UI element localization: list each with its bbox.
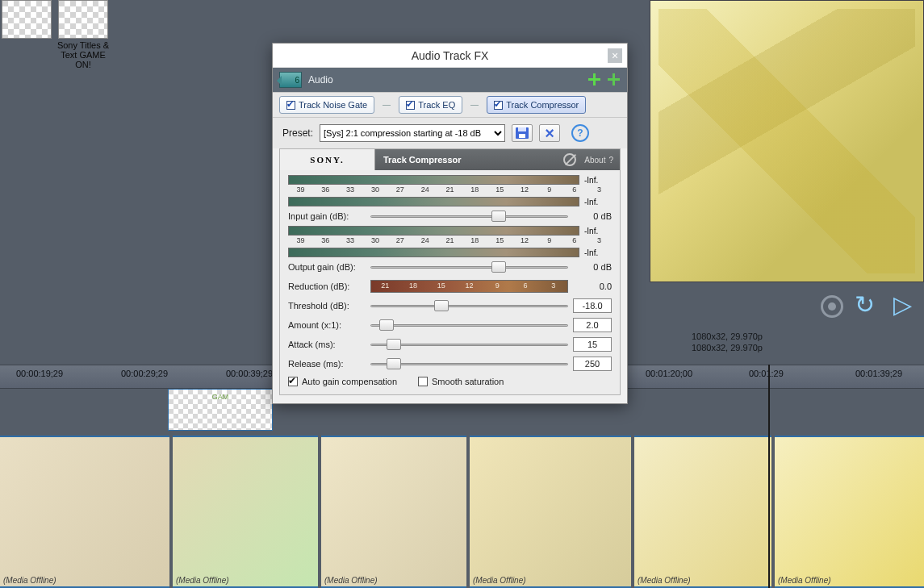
- video-clip[interactable]: (Media Offline): [0, 436, 169, 588]
- preset-label: Preset:: [282, 127, 313, 139]
- plugin-name: Track Compressor: [375, 155, 563, 165]
- loop-button[interactable]: ↻: [855, 293, 882, 320]
- bypass-icon[interactable]: [563, 153, 576, 166]
- amount-slider[interactable]: [370, 319, 568, 332]
- save-preset-button[interactable]: [512, 124, 533, 142]
- fx-chain-tabs: Track Noise GateTrack EQTrack Compressor: [273, 92, 627, 118]
- input-gain-value: 0 dB: [573, 211, 612, 221]
- output-gain-row: Output gain (dB): 0 dB: [288, 257, 612, 277]
- playhead[interactable]: [768, 365, 770, 588]
- reduction-row: Reduction (dB): 21181512963 0.0: [288, 277, 612, 296]
- output-gain-value: 0 dB: [573, 262, 612, 272]
- video-preview: [650, 0, 924, 282]
- bin-thumb-label: Sony Titles & Text GAME ON!: [56, 40, 110, 69]
- video-clip[interactable]: (Media Offline): [173, 436, 318, 588]
- db-scale: 39363330272421181512963: [288, 186, 612, 195]
- ruler-tick: 00:01:20;00: [646, 369, 692, 378]
- play-button[interactable]: ▷: [893, 293, 921, 320]
- fx-chain-header: 6 Audio: [273, 68, 627, 92]
- ruler-tick: 00:01:39;29: [855, 369, 902, 378]
- plugin-header: SONY. Track Compressor About ?: [280, 149, 620, 170]
- video-clip[interactable]: (Media Offline): [634, 436, 771, 588]
- ruler-tick: 00:00:39;29: [226, 369, 273, 378]
- plugin-help-icon[interactable]: ?: [608, 156, 613, 165]
- output-meter-r: [288, 248, 579, 257]
- checkbox-icon: [406, 101, 415, 110]
- title-clip[interactable]: GAM: [168, 389, 273, 431]
- output-gain-slider[interactable]: [370, 261, 568, 273]
- compressor-plugin-panel: SONY. Track Compressor About ? -Inf. 393…: [279, 148, 621, 395]
- transport-controls: ↻ ▷: [821, 287, 921, 326]
- reduction-value: 0.0: [573, 281, 612, 291]
- auto-gain-checkbox[interactable]: Auto gain compensation: [288, 377, 397, 386]
- attack-input[interactable]: [573, 337, 612, 352]
- video-clip[interactable]: (Media Offline): [775, 436, 924, 588]
- input-gain-slider[interactable]: [370, 210, 568, 223]
- bin-thumb[interactable]: [0, 0, 53, 39]
- reduction-meter: 21181512963: [370, 280, 568, 293]
- format-info: 1080x32, 29.970p 1080x32, 29.970p: [692, 331, 763, 353]
- input-peak-l: -Inf.: [584, 176, 612, 185]
- track-name: Audio: [308, 74, 333, 85]
- checkbox-icon: [286, 101, 295, 110]
- smooth-saturation-checkbox[interactable]: Smooth saturation: [418, 377, 504, 386]
- release-input[interactable]: [573, 357, 612, 371]
- help-button[interactable]: ?: [571, 124, 589, 142]
- brand-logo: SONY.: [280, 149, 375, 170]
- video-clip[interactable]: (Media Offline): [470, 436, 631, 588]
- input-meter-r: [288, 197, 579, 206]
- disk-icon: [516, 127, 529, 139]
- delete-preset-button[interactable]: ×: [539, 124, 560, 142]
- fx-tab[interactable]: Track EQ: [399, 96, 462, 114]
- video-track[interactable]: (Media Offline) (Media Offline) (Media O…: [0, 436, 924, 588]
- checkbox-icon: [494, 101, 503, 110]
- checkbox-icon: [418, 377, 428, 386]
- about-link[interactable]: About: [584, 156, 605, 165]
- fx-tab[interactable]: Track Noise Gate: [279, 96, 374, 114]
- add-fx-alt-icon[interactable]: [606, 72, 621, 86]
- ruler-tick: 00:00:19;29: [16, 369, 63, 378]
- input-meter-l: [288, 175, 579, 185]
- add-fx-icon[interactable]: [587, 72, 601, 86]
- record-button[interactable]: [821, 295, 843, 318]
- fx-tab[interactable]: Track Compressor: [487, 96, 586, 114]
- bin-thumb[interactable]: Sony Titles & Text GAME ON!: [56, 0, 110, 69]
- ruler-tick: 00:00:29;29: [121, 369, 168, 378]
- checkbox-icon: [288, 377, 298, 386]
- track-badge: 6: [279, 72, 302, 88]
- db-scale: 39363330272421181512963: [288, 236, 612, 246]
- release-slider[interactable]: [370, 357, 568, 370]
- audio-track-fx-dialog: Audio Track FX × 6 Audio Track Noise Gat…: [272, 43, 628, 404]
- preset-row: Preset: [Sys] 2:1 compression starting a…: [273, 118, 627, 148]
- dialog-titlebar[interactable]: Audio Track FX ×: [273, 44, 627, 68]
- output-meter-l: [288, 226, 579, 236]
- ruler-tick: 00:01:29: [749, 369, 784, 378]
- threshold-input[interactable]: [573, 298, 612, 313]
- input-gain-row: Input gain (dB): 0 dB: [288, 206, 612, 226]
- dialog-title: Audio Track FX: [412, 49, 489, 62]
- attack-slider[interactable]: [370, 338, 568, 351]
- video-clip[interactable]: (Media Offline): [321, 436, 466, 588]
- amount-input[interactable]: [573, 318, 612, 332]
- x-icon: ×: [545, 127, 554, 140]
- close-button[interactable]: ×: [608, 48, 622, 63]
- input-peak-r: -Inf.: [584, 198, 612, 206]
- preset-select[interactable]: [Sys] 2:1 compression starting at -18 dB: [320, 124, 505, 142]
- threshold-slider[interactable]: [370, 299, 568, 312]
